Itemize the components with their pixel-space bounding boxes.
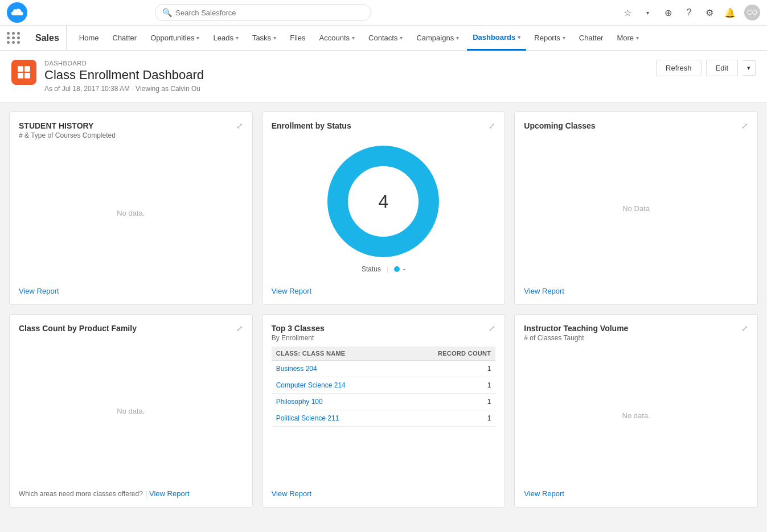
search-bar[interactable]: 🔍 (155, 4, 371, 21)
campaigns-chevron: ▾ (456, 35, 459, 41)
refresh-button[interactable]: Refresh (656, 60, 702, 76)
leads-chevron: ▾ (236, 35, 239, 41)
app-launcher-icon[interactable] (7, 32, 20, 44)
class-name-cell: Business 204 (272, 361, 397, 377)
card-body-student-history: No data. (19, 144, 243, 282)
nav-more[interactable]: More ▾ (611, 26, 645, 51)
nav-opportunities[interactable]: Opportunities ▾ (145, 26, 205, 51)
nav-contacts[interactable]: Contacts ▾ (363, 26, 408, 51)
card-body-upcoming: No Data (524, 135, 748, 282)
record-count-cell: 1 (396, 377, 495, 394)
expand-icon-student-history[interactable] (236, 121, 243, 130)
help-icon[interactable]: ? (683, 6, 695, 19)
favorites-icon[interactable]: ☆ (621, 6, 634, 19)
table-col1-header: CLASS: CLASS NAME (272, 347, 397, 361)
nav-bar: Sales Home Chatter Opportunities ▾ Leads… (0, 26, 767, 51)
donut-legend: Status | - (362, 265, 405, 273)
top-right-icons: ☆ ▾ ⊕ ? ⚙ 🔔 CO (621, 5, 760, 20)
nav-accounts[interactable]: Accounts ▾ (314, 26, 360, 51)
search-icon: 🔍 (162, 8, 172, 17)
card-body-instructor: No data. (524, 347, 748, 485)
settings-icon[interactable]: ⚙ (703, 6, 716, 19)
record-count-cell: 1 (396, 410, 495, 427)
svg-rect-3 (24, 73, 30, 79)
add-icon[interactable]: ⊕ (662, 6, 675, 19)
expand-icon-top3[interactable] (489, 324, 495, 333)
favorites-chevron[interactable]: ▾ (642, 6, 654, 19)
class-count-card: Class Count by Product Family No data. W… (9, 314, 253, 508)
view-report-instructor[interactable]: View Report (524, 489, 564, 498)
app-name: Sales (28, 26, 67, 51)
table-row: Philosophy 100 1 (272, 394, 496, 410)
class-name-cell: Philosophy 100 (272, 394, 397, 410)
legend-label: Status (362, 265, 381, 273)
avatar[interactable]: CO (744, 5, 760, 20)
top-bar: 🔍 ☆ ▾ ⊕ ? ⚙ 🔔 CO (0, 0, 767, 26)
search-input[interactable] (175, 9, 364, 17)
expand-icon-instructor[interactable] (741, 324, 748, 333)
nav-files[interactable]: Files (284, 26, 311, 51)
instructor-teaching-card: Instructor Teaching Volume # of Classes … (514, 314, 758, 508)
view-report-upcoming[interactable]: View Report (524, 287, 564, 295)
tasks-chevron: ▾ (273, 35, 276, 41)
edit-button[interactable]: Edit (706, 60, 738, 76)
view-report-student-history[interactable]: View Report (19, 287, 59, 295)
more-chevron: ▾ (636, 35, 639, 41)
view-report-enrollment[interactable]: View Report (272, 287, 312, 295)
nav-home[interactable]: Home (73, 26, 105, 51)
class-name-cell: Political Science 211 (272, 410, 397, 427)
top3-classes-card: Top 3 Classes By Enrollment CLASS: CLASS… (262, 314, 506, 508)
class-name-link[interactable]: Computer Science 214 (276, 381, 346, 389)
table-row: Business 204 1 (272, 361, 496, 377)
legend-dot (394, 266, 400, 272)
nav-reports[interactable]: Reports ▾ (528, 26, 571, 51)
record-count-cell: 1 (396, 394, 495, 410)
top3-table: CLASS: CLASS NAME RECORD COUNT Business … (272, 347, 496, 427)
nav-dashboards[interactable]: Dashboards ▾ (467, 26, 526, 51)
expand-icon-enrollment[interactable] (489, 121, 495, 130)
svg-rect-0 (18, 66, 23, 72)
card-title-instructor: Instructor Teaching Volume (524, 324, 628, 333)
view-report-top3[interactable]: View Report (272, 489, 312, 498)
class-name-link[interactable]: Philosophy 100 (276, 398, 323, 406)
edit-caret-button[interactable]: ▾ (743, 60, 756, 76)
dashboard-header: DASHBOARD Class Enrollment Dashboard As … (0, 51, 767, 102)
card-title-student-history: STUDENT HISTORY (19, 121, 116, 130)
svg-rect-1 (24, 66, 30, 72)
dashboards-chevron: ▾ (518, 34, 520, 40)
table-row: Political Science 211 1 (272, 410, 496, 427)
record-count-cell: 1 (396, 361, 495, 377)
notifications-icon[interactable]: 🔔 (724, 6, 736, 19)
class-name-link[interactable]: Political Science 211 (276, 414, 339, 422)
reports-chevron: ▾ (563, 35, 565, 41)
class-name-cell: Computer Science 214 (272, 377, 397, 394)
class-name-link[interactable]: Business 204 (276, 365, 317, 373)
dashboard-label: DASHBOARD (44, 60, 204, 67)
card-body-enrollment: 4 Status | - (272, 135, 496, 282)
salesforce-logo (7, 2, 27, 23)
enrollment-status-card: Enrollment by Status 4 Status | - (262, 112, 506, 305)
view-report-class-count[interactable]: View Report (149, 489, 190, 498)
expand-icon-class-count[interactable] (236, 324, 243, 333)
card-subtitle-top3: By Enrollment (272, 334, 325, 342)
card-subtitle-instructor: # of Classes Taught (524, 334, 628, 342)
student-history-card: STUDENT HISTORY # & Type of Courses Comp… (9, 112, 253, 305)
nav-chatter[interactable]: Chatter (107, 26, 143, 51)
nav-chatter2[interactable]: Chatter (573, 26, 609, 51)
legend-dot-label: - (403, 265, 405, 273)
nav-leads[interactable]: Leads ▾ (207, 26, 244, 51)
contacts-chevron: ▾ (400, 35, 403, 41)
expand-icon-upcoming[interactable] (741, 121, 748, 130)
card-body-class-count: No data. (19, 337, 243, 485)
donut-center-value: 4 (379, 191, 389, 212)
class-count-footer-text: Which areas need more classes offered? (19, 490, 143, 498)
card-title-enrollment: Enrollment by Status (272, 121, 351, 130)
top3-table-wrapper: CLASS: CLASS NAME RECORD COUNT Business … (272, 347, 496, 482)
nav-tasks[interactable]: Tasks ▾ (247, 26, 282, 51)
accounts-chevron: ▾ (352, 35, 355, 41)
opportunities-chevron: ▾ (196, 35, 199, 41)
nav-campaigns[interactable]: Campaigns ▾ (411, 26, 465, 51)
table-row: Computer Science 214 1 (272, 377, 496, 394)
card-subtitle-student-history: # & Type of Courses Completed (19, 131, 116, 139)
dashboard-title: Class Enrollment Dashboard (44, 68, 204, 83)
